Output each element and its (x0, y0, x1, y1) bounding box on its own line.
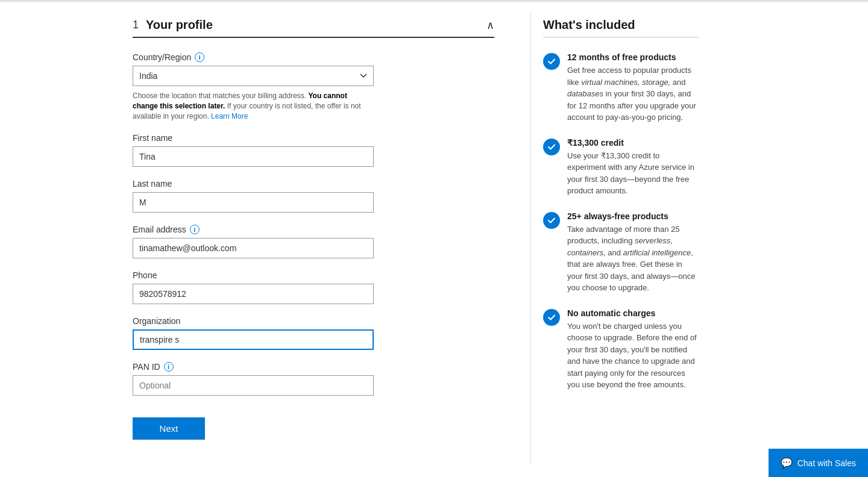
left-panel: 1 Your profile ∧ Country/Region i India … (0, 12, 530, 465)
benefit-title-4: No automatic charges (567, 308, 699, 318)
benefit-title-2: ₹13,300 credit (567, 138, 699, 148)
benefit-content-2: ₹13,300 credit Use your ₹13,300 credit t… (567, 138, 699, 197)
right-panel: What's included 12 months of free produc… (530, 12, 723, 465)
phone-group: Phone (133, 270, 494, 304)
country-select[interactable]: India United States United Kingdom Austr… (133, 66, 374, 86)
country-label: Country/Region i (133, 52, 494, 62)
benefit-title-1: 12 months of free products (567, 52, 699, 62)
check-circle-1 (543, 53, 560, 70)
email-info-icon[interactable]: i (190, 225, 200, 234)
benefit-desc-1: Get free access to popular products like… (567, 64, 699, 123)
benefit-content-4: No automatic charges You won't be charge… (567, 308, 699, 391)
organization-label: Organization (133, 316, 494, 326)
benefit-credit: ₹13,300 credit Use your ₹13,300 credit t… (543, 138, 699, 197)
country-region-group: Country/Region i India United States Uni… (133, 52, 494, 121)
first-name-input[interactable] (133, 146, 374, 167)
last-name-group: Last name (133, 179, 494, 213)
pan-info-icon[interactable]: i (164, 362, 174, 372)
check-circle-2 (543, 139, 560, 155)
check-circle-3 (543, 212, 560, 229)
section-header: 1 Your profile ∧ (133, 18, 494, 38)
benefit-desc-2: Use your ₹13,300 credit to experiment wi… (567, 150, 699, 197)
benefit-always-free: 25+ always-free products Take advantage … (543, 211, 699, 294)
organization-group: Organization (133, 316, 494, 350)
section-title: 1 Your profile (133, 18, 213, 32)
first-name-group: First name (133, 133, 494, 167)
benefit-free-products: 12 months of free products Get free acce… (543, 52, 699, 123)
country-helper-text: Choose the location that matches your bi… (133, 91, 374, 121)
section-number: 1 (133, 19, 139, 31)
pan-id-input[interactable] (133, 375, 374, 396)
chat-with-sales-button[interactable]: 💬 Chat with Sales (769, 449, 868, 477)
phone-input[interactable] (133, 284, 374, 304)
last-name-input[interactable] (133, 192, 374, 213)
collapse-icon[interactable]: ∧ (486, 19, 494, 32)
country-info-icon[interactable]: i (195, 52, 204, 62)
phone-label: Phone (133, 270, 494, 280)
benefit-desc-4: You won't be charged unless you choose t… (567, 320, 699, 391)
check-circle-4 (543, 309, 560, 326)
benefit-title-3: 25+ always-free products (567, 211, 699, 221)
pan-id-label: PAN ID i (133, 362, 494, 372)
learn-more-link[interactable]: Learn More (211, 112, 248, 120)
chat-icon: 💬 (781, 457, 793, 469)
email-label: Email address i (133, 225, 494, 234)
benefit-no-charges: No automatic charges You won't be charge… (543, 308, 699, 391)
first-name-label: First name (133, 133, 494, 143)
benefit-content-1: 12 months of free products Get free acce… (567, 52, 699, 123)
last-name-label: Last name (133, 179, 494, 189)
benefit-desc-3: Take advantage of more than 25 products,… (567, 223, 699, 294)
organization-input[interactable] (133, 329, 374, 350)
whats-included-title: What's included (543, 18, 699, 38)
section-name: Your profile (146, 18, 213, 32)
chat-label: Chat with Sales (797, 458, 856, 468)
pan-id-group: PAN ID i (133, 362, 494, 396)
benefit-content-3: 25+ always-free products Take advantage … (567, 211, 699, 294)
next-button[interactable]: Next (133, 417, 205, 440)
email-input[interactable] (133, 238, 374, 258)
top-border (0, 0, 868, 2)
email-group: Email address i (133, 225, 494, 258)
